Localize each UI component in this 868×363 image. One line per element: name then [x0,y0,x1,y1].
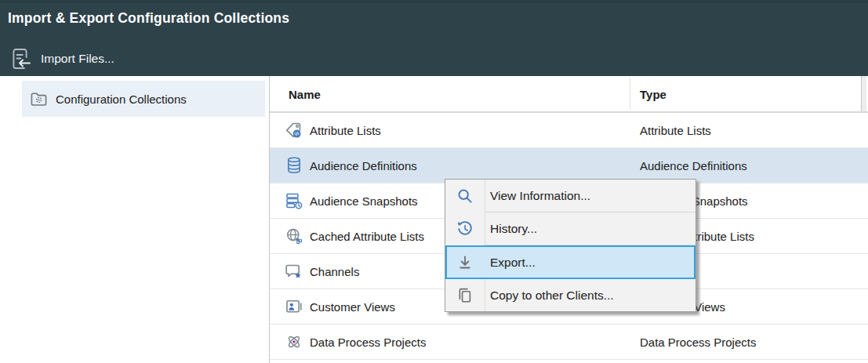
row-name: Attribute Lists [310,124,381,137]
table-header: Name Type [270,76,868,113]
row-type: Audience Definitions [640,159,747,172]
snapshot-list-icon [285,191,303,210]
table-row-attribute-lists[interactable]: Attribute Lists Attribute Lists [270,113,868,148]
menu-item-label: Export... [490,256,536,270]
menu-item-copy-to-other-clients[interactable]: Copy to other Clients... [445,279,695,311]
scrollbar-corner [861,76,866,111]
row-name: Audience Snapshots [310,194,418,208]
menu-item-history[interactable]: History... [445,212,695,245]
row-name: Cached Attribute Lists [310,230,424,243]
channel-bubble-icon [285,262,303,281]
row-name: Channels [310,265,359,278]
context-menu: View Information... History... [445,179,696,312]
table-row-data-process-projects[interactable]: Data Process Projects Data Process Proje… [270,325,868,360]
import-files-label: Import Files... [41,52,114,66]
menu-item-view-information[interactable]: View Information... [445,180,695,212]
download-icon [456,253,474,272]
tag-icon [285,121,303,140]
database-icon [285,156,303,175]
sidebar-item-label: Configuration Collections [56,93,187,106]
import-files-button[interactable]: Import Files... [9,44,114,74]
row-type: Attribute Lists [640,124,711,137]
row-name: Data Process Projects [310,336,426,349]
copy-icon [456,286,474,305]
menu-item-label: Copy to other Clients... [490,289,614,303]
menu-item-export[interactable]: Export... [445,245,695,279]
column-divider [630,78,630,110]
magnifier-icon [456,187,474,205]
sidebar: Configuration Collections [0,76,270,363]
row-name: Customer Views [310,300,395,314]
menu-item-label: View Information... [490,189,590,203]
main-content: Configuration Collections Name Type [0,76,868,363]
menu-item-label: History... [490,222,537,236]
header-bar: Import & Export Configuration Collection… [0,0,868,76]
history-icon [456,220,474,238]
globe-icon [285,227,303,245]
row-type: Data Process Projects [640,336,756,349]
sidebar-item-configuration-collections[interactable]: Configuration Collections [22,81,265,117]
folder-gear-icon [30,91,48,107]
page-title: Import & Export Configuration Collection… [8,10,289,27]
app-window: Import & Export Configuration Collection… [0,0,868,363]
row-name: Audience Definitions [310,159,417,172]
customer-card-icon [285,297,303,316]
import-file-icon [9,46,32,71]
column-header-type[interactable]: Type [640,76,666,113]
atom-icon [285,332,303,351]
column-header-name[interactable]: Name [289,76,321,113]
